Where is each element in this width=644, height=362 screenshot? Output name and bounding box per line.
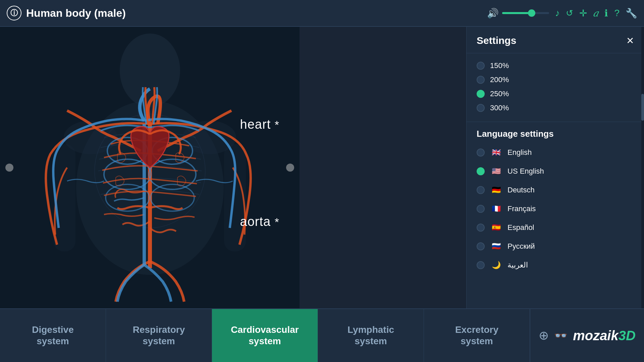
lang-english-label: English: [507, 148, 532, 157]
zoom-200-label: 200%: [490, 75, 509, 84]
lang-ru-radio[interactable]: [477, 242, 485, 250]
volume-icon: 🔊: [487, 8, 499, 19]
settings-title: Settings: [477, 35, 516, 46]
settings-close-button[interactable]: ✕: [626, 35, 634, 46]
aorta-label: aorta *: [240, 215, 279, 229]
header-title: Human body (male): [26, 7, 126, 19]
lang-english[interactable]: 🇬🇧 English: [467, 143, 644, 162]
help-icon[interactable]: ?: [614, 8, 620, 18]
tab-excretory-label: Excretorysystem: [455, 324, 498, 347]
header-info-icon[interactable]: ⓘ: [7, 6, 21, 20]
flag-gb: 🇬🇧: [490, 146, 502, 159]
flag-ru: 🇷🇺: [490, 240, 502, 252]
lang-ar-label: العربية: [507, 261, 528, 269]
settings-wrench-icon[interactable]: 🔧: [626, 8, 637, 19]
layers-icon[interactable]: ⊕: [539, 328, 549, 343]
heart-label-text: heart: [240, 117, 271, 131]
lang-deutsch-label: Deutsch: [507, 186, 535, 194]
music-icon[interactable]: ♪: [555, 8, 560, 18]
mozaik-logo: mozaik3D: [573, 328, 636, 343]
lang-espanol[interactable]: 🇪🇸 Español: [467, 218, 644, 237]
tab-lymphatic-label: Lymphaticsystem: [347, 324, 394, 347]
tab-digestive[interactable]: Digestivesystem: [0, 309, 106, 362]
language-settings-title: Language settings: [467, 123, 644, 143]
zoom-150-label: 150%: [490, 61, 509, 70]
tab-lymphatic[interactable]: Lymphaticsystem: [318, 309, 424, 362]
lang-es-label: Español: [507, 223, 534, 232]
zoom-300-radio[interactable]: [477, 104, 485, 112]
zoom-300[interactable]: 300%: [477, 101, 634, 115]
lang-francais[interactable]: 🇫🇷 Français: [467, 199, 644, 218]
branding-area: ⊕ 👓 mozaik3D: [530, 309, 644, 362]
flag-de: 🇩🇪: [490, 184, 502, 196]
lang-arabic[interactable]: 🌙 العربية: [467, 256, 644, 275]
lang-english-radio[interactable]: [477, 148, 485, 157]
heart-label: heart *: [240, 117, 279, 132]
svg-point-1: [120, 34, 180, 107]
zoom-250-label: 250%: [490, 89, 509, 98]
vr-icon[interactable]: 👓: [554, 329, 568, 342]
lang-ru-label: Русский: [507, 242, 535, 251]
zoom-200[interactable]: 200%: [477, 73, 634, 87]
tab-cardiovascular[interactable]: Cardiovascularsystem: [212, 309, 318, 362]
lang-us-label: US English: [507, 167, 544, 176]
header-left: ⓘ Human body (male): [7, 6, 487, 20]
aorta-label-text: aorta: [240, 215, 271, 229]
tab-respiratory-label: Respiratorysystem: [133, 324, 185, 347]
scrollbar-track: [641, 27, 644, 308]
tab-respiratory[interactable]: Respiratorysystem: [106, 309, 212, 362]
lang-es-radio[interactable]: [477, 224, 485, 232]
zoom-300-label: 300%: [490, 104, 509, 112]
move-icon[interactable]: ✛: [579, 8, 587, 19]
body-viewport[interactable]: heart * aorta *: [0, 27, 300, 308]
heart-asterisk: *: [275, 118, 279, 131]
tab-cardiovascular-label: Cardiovascularsystem: [231, 324, 299, 347]
zoom-250-radio[interactable]: [477, 90, 485, 98]
lang-us-radio[interactable]: [477, 167, 485, 175]
info-circle-icon: ⓘ: [10, 8, 18, 18]
tab-digestive-label: Digestivesystem: [32, 324, 74, 347]
zoom-200-radio[interactable]: [477, 76, 485, 84]
lang-deutsch[interactable]: 🇩🇪 Deutsch: [467, 181, 644, 199]
body-svg: [0, 27, 300, 308]
volume-control[interactable]: 🔊: [487, 8, 549, 19]
main-content: heart * aorta * Settings ✕ 150% 200%: [0, 27, 644, 335]
rotate-icon[interactable]: ↺: [566, 8, 573, 18]
scrollbar-thumb[interactable]: [641, 94, 644, 121]
nav-next-button[interactable]: [286, 164, 294, 172]
settings-divider: [467, 122, 644, 122]
lang-fr-label: Français: [507, 204, 536, 213]
settings-panel: Settings ✕ 150% 200% 250% 300% La: [466, 27, 644, 308]
tab-bar: Digestivesystem Respiratorysystem Cardio…: [0, 308, 644, 362]
aorta-asterisk: *: [275, 216, 279, 228]
nav-prev-button[interactable]: [5, 164, 13, 172]
lang-russian[interactable]: 🇷🇺 Русский: [467, 237, 644, 256]
header-controls: 🔊 ♪ ↺ ✛ 𝑎 ℹ ? 🔧: [487, 8, 637, 19]
logo-text: mozaik: [573, 328, 619, 343]
settings-header: Settings ✕: [467, 27, 644, 53]
header: ⓘ Human body (male) 🔊 ♪ ↺ ✛ 𝑎 ℹ ? 🔧: [0, 0, 644, 27]
zoom-150[interactable]: 150%: [477, 59, 634, 73]
lang-deutsch-radio[interactable]: [477, 186, 485, 194]
lang-ar-radio[interactable]: [477, 261, 485, 269]
flag-us: 🇺🇸: [490, 165, 502, 177]
font-icon[interactable]: 𝑎: [593, 8, 599, 19]
logo-3d: 3D: [619, 328, 636, 343]
flag-fr: 🇫🇷: [490, 203, 502, 215]
lang-fr-radio[interactable]: [477, 205, 485, 213]
volume-thumb[interactable]: [528, 9, 535, 17]
info2-icon[interactable]: ℹ: [604, 8, 608, 19]
lang-us-english[interactable]: 🇺🇸 US English: [467, 162, 644, 181]
volume-slider[interactable]: [502, 12, 549, 14]
flag-ar: 🌙: [490, 259, 502, 271]
zoom-options: 150% 200% 250% 300%: [467, 53, 644, 120]
zoom-150-radio[interactable]: [477, 62, 485, 70]
tab-excretory[interactable]: Excretorysystem: [424, 309, 530, 362]
zoom-250[interactable]: 250%: [477, 87, 634, 101]
flag-es: 🇪🇸: [490, 222, 502, 234]
